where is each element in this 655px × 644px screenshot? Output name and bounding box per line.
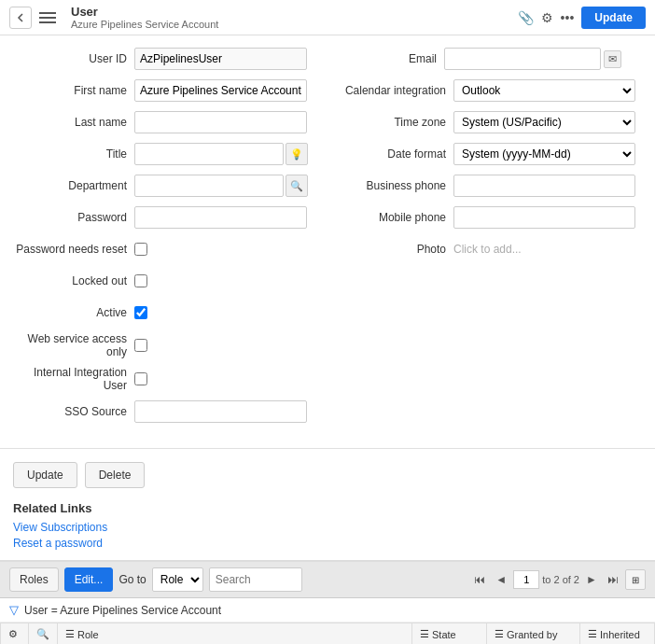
col-header-role[interactable]: ☰ Role (58, 623, 412, 645)
email-send-icon[interactable]: ✉ (604, 50, 621, 68)
timezone-select[interactable]: System (US/Pacific) (453, 111, 635, 133)
granted-col-menu-icon: ☰ (495, 628, 504, 640)
pagination: ⏮ ◄ to 2 of 2 ► ⏭ ⊞ (470, 569, 646, 590)
header-update-button[interactable]: Update (581, 7, 646, 29)
web-service-row: Web service access only (13, 332, 314, 358)
department-input[interactable] (134, 175, 284, 197)
date-format-select[interactable]: System (yyyy-MM-dd) (453, 143, 635, 165)
update-button[interactable]: Update (13, 462, 77, 488)
view-subscriptions-link[interactable]: View Subscriptions (13, 521, 642, 534)
edit-button[interactable]: Edit... (64, 567, 114, 592)
department-row: Department 🔍 (13, 174, 314, 198)
inherited-col-menu-icon: ☰ (588, 628, 597, 640)
active-label: Active (13, 306, 134, 319)
last-page-button[interactable]: ⏭ (604, 570, 622, 589)
email-label: Email (341, 52, 444, 65)
locked-out-checkbox[interactable] (134, 274, 147, 287)
first-name-row: First name (13, 78, 314, 103)
header: User Azure Pipelines Service Account 📎 ⚙… (0, 0, 655, 35)
photo-add[interactable]: Click to add... (453, 243, 522, 256)
locked-out-row: Locked out (13, 269, 314, 293)
search-col-icon[interactable]: 🔍 (36, 628, 49, 639)
col-header-state[interactable]: ☰ State (412, 623, 487, 645)
action-bar: Update Delete (0, 455, 655, 496)
form-area: User ID First name Last name Title 💡 Dep… (0, 35, 655, 442)
col-header-check: ⚙ (1, 623, 29, 645)
next-page-button[interactable]: ► (582, 570, 601, 589)
prev-page-button[interactable]: ◄ (492, 570, 510, 589)
roles-button[interactable]: Roles (9, 567, 59, 592)
form-right: Email ✉ Calendar integration Outlook Tim… (332, 47, 642, 431)
form-left: User ID First name Last name Title 💡 Dep… (13, 47, 332, 431)
first-name-input[interactable] (134, 79, 307, 102)
menu-button[interactable] (39, 7, 62, 29)
user-id-input[interactable] (134, 48, 307, 70)
title-field-group: 💡 (134, 143, 308, 165)
roles-table: ⚙ 🔍 ☰ Role ☰ State (0, 623, 655, 644)
email-input[interactable] (444, 48, 601, 70)
department-search-icon[interactable]: 🔍 (286, 175, 308, 197)
last-name-input[interactable] (134, 111, 307, 133)
back-button[interactable] (9, 7, 32, 29)
internal-row: Internal Integration User (13, 366, 314, 392)
department-label: Department (13, 179, 134, 192)
page-number-input[interactable] (513, 570, 539, 589)
pwd-reset-checkbox[interactable] (134, 243, 147, 256)
gear-icon[interactable]: ⚙ (8, 628, 18, 639)
sso-input[interactable] (134, 400, 307, 423)
table-header-row: ⚙ 🔍 ☰ Role ☰ State (1, 623, 655, 645)
web-service-label: Web service access only (13, 332, 134, 358)
first-page-button[interactable]: ⏮ (470, 570, 489, 589)
filter-bar: ▽ User = Azure Pipelines Service Account (0, 598, 655, 623)
header-title-block: User Azure Pipelines Service Account (71, 5, 518, 30)
state-col-menu-icon: ☰ (420, 628, 429, 640)
col-header-granted[interactable]: ☰ Granted by (487, 623, 580, 645)
calendar-select[interactable]: Outlook (453, 79, 635, 102)
user-id-label: User ID (13, 52, 134, 65)
title-lookup-icon[interactable]: 💡 (286, 143, 308, 165)
goto-label: Go to (118, 573, 146, 586)
date-format-row: Date format System (yyyy-MM-dd) (341, 142, 642, 166)
goto-select[interactable]: Role (152, 567, 203, 592)
last-name-label: Last name (13, 116, 134, 129)
attachment-icon[interactable]: 📎 (518, 10, 534, 25)
more-icon[interactable]: ••• (561, 10, 575, 25)
business-phone-input[interactable] (453, 175, 635, 197)
page-info: to 2 of 2 (542, 574, 579, 585)
reset-password-link[interactable]: Reset a password (13, 537, 642, 550)
photo-row: Photo Click to add... (341, 237, 642, 261)
user-id-row: User ID (13, 47, 314, 71)
settings-icon[interactable]: ⚙ (541, 10, 553, 25)
active-checkbox[interactable] (134, 306, 147, 319)
title-input[interactable] (134, 143, 284, 165)
password-row: Password (13, 205, 314, 230)
photo-label: Photo (341, 243, 453, 256)
delete-button[interactable]: Delete (85, 462, 146, 488)
active-row: Active (13, 301, 314, 325)
grid-view-button[interactable]: ⊞ (625, 569, 646, 590)
search-input[interactable] (209, 567, 302, 592)
related-links-section: Related Links View Subscriptions Reset a… (0, 496, 655, 560)
web-service-checkbox[interactable] (134, 339, 147, 352)
col-header-info: 🔍 (29, 623, 58, 645)
date-format-label: Date format (341, 147, 453, 161)
calendar-row: Calendar integration Outlook (341, 78, 642, 103)
col-header-inherited[interactable]: ☰ Inherited (580, 623, 655, 645)
filter-text: User = Azure Pipelines Service Account (24, 604, 221, 617)
page-title: User (71, 5, 518, 19)
password-label: Password (13, 211, 134, 224)
business-phone-row: Business phone (341, 174, 642, 198)
roles-toolbar: Roles Edit... Go to Role ⏮ ◄ to 2 of 2 ►… (0, 562, 655, 598)
mobile-phone-input[interactable] (453, 206, 635, 229)
sso-row: SSO Source (13, 399, 314, 424)
business-phone-label: Business phone (341, 179, 453, 192)
calendar-label: Calendar integration (341, 84, 453, 97)
filter-icon: ▽ (9, 603, 19, 617)
mobile-phone-row: Mobile phone (341, 205, 642, 230)
department-field-group: 🔍 (134, 175, 308, 197)
roles-section: Roles Edit... Go to Role ⏮ ◄ to 2 of 2 ►… (0, 560, 655, 644)
password-input[interactable] (134, 206, 307, 229)
internal-checkbox[interactable] (134, 372, 147, 385)
last-name-row: Last name (13, 110, 314, 134)
mobile-phone-label: Mobile phone (341, 211, 453, 224)
